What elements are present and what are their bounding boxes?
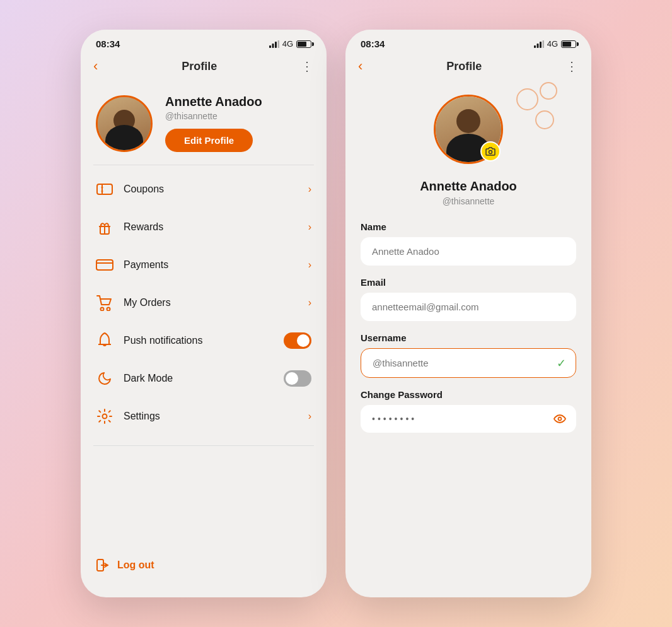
svg-rect-1 xyxy=(272,44,274,48)
password-input[interactable] xyxy=(361,405,576,433)
network-label-1: 4G xyxy=(282,39,293,49)
status-bar-1: 08:34 4G xyxy=(81,30,327,53)
rewards-label: Rewards xyxy=(124,221,298,233)
status-icons-1: 4G xyxy=(269,39,311,49)
status-icons-2: 4G xyxy=(534,39,576,49)
name-input[interactable] xyxy=(361,237,576,266)
darkmode-toggle[interactable] xyxy=(284,370,311,387)
network-label-2: 4G xyxy=(547,39,558,49)
status-time-2: 08:34 xyxy=(361,38,385,49)
svg-rect-11 xyxy=(96,260,113,270)
svg-rect-22 xyxy=(542,40,544,48)
settings-chevron: › xyxy=(308,411,311,422)
pushnotif-toggle[interactable] xyxy=(284,332,311,349)
coupons-chevron: › xyxy=(308,184,311,195)
battery-icon-1 xyxy=(296,40,311,48)
svg-rect-2 xyxy=(275,42,277,48)
coupons-icon xyxy=(96,180,113,198)
username-label: Username xyxy=(361,332,576,343)
pushnotif-label: Push notifications xyxy=(124,335,274,346)
status-bar-2: 08:34 4G xyxy=(345,30,591,53)
settings-icon xyxy=(96,407,113,425)
email-field-group: Email xyxy=(361,277,576,321)
rewards-icon xyxy=(96,218,113,236)
logout-label: Log out xyxy=(117,560,154,571)
menu-item-payments[interactable]: Payments › xyxy=(81,246,327,284)
email-input[interactable] xyxy=(361,293,576,321)
edit-profile-button[interactable]: Edit Profile xyxy=(165,129,253,152)
myorders-label: My Orders xyxy=(124,297,298,308)
phone-1: 08:34 4G ‹ Profile ⋮ Annette Anadoo xyxy=(81,30,327,597)
camera-icon xyxy=(485,147,495,156)
username-check-icon: ✓ xyxy=(557,356,566,370)
svg-rect-4 xyxy=(97,184,112,194)
name-field-group: Name xyxy=(361,221,576,266)
svg-point-13 xyxy=(101,308,104,311)
deco-circle-2 xyxy=(540,82,557,100)
back-button-2[interactable]: ‹ xyxy=(358,58,362,74)
myorders-icon xyxy=(96,294,113,312)
profile-header: Annette Anadoo @thisannette Edit Profile xyxy=(81,82,327,165)
svg-rect-19 xyxy=(534,45,536,48)
edit-avatar-section xyxy=(361,82,576,170)
svg-rect-20 xyxy=(536,44,538,48)
signal-icon-2 xyxy=(534,40,544,48)
avatar-image xyxy=(98,97,151,150)
menu-list: Coupons › Rewards › xyxy=(81,165,327,440)
email-label: Email xyxy=(361,277,576,288)
svg-point-14 xyxy=(107,308,110,311)
logout-button[interactable]: Log out xyxy=(96,558,154,572)
menu-item-darkmode[interactable]: Dark Mode xyxy=(81,360,327,397)
menu-item-coupons[interactable]: Coupons › xyxy=(81,170,327,208)
page-title-2: Profile xyxy=(446,60,482,73)
logout-section: Log out xyxy=(81,546,327,597)
svg-point-23 xyxy=(489,151,492,154)
menu-item-myorders[interactable]: My Orders › xyxy=(81,284,327,322)
divider-2 xyxy=(93,445,314,446)
darkmode-label: Dark Mode xyxy=(124,373,274,384)
status-time-1: 08:34 xyxy=(96,38,120,49)
edit-profile-name: Annette Anadoo xyxy=(361,179,576,194)
payments-icon xyxy=(96,256,113,274)
decorative-circles xyxy=(507,82,557,145)
svg-rect-21 xyxy=(540,42,542,48)
avatar xyxy=(96,95,153,152)
menu-item-rewards[interactable]: Rewards › xyxy=(81,208,327,246)
phone-2: 08:34 4G ‹ Profile ⋮ xyxy=(345,30,591,597)
svg-point-24 xyxy=(559,418,562,421)
coupons-label: Coupons xyxy=(124,184,298,195)
password-eye-icon[interactable] xyxy=(553,414,566,423)
more-menu-button-1[interactable]: ⋮ xyxy=(301,59,314,74)
edit-profile-username: @thisannette xyxy=(361,196,576,206)
menu-item-settings[interactable]: Settings › xyxy=(81,397,327,435)
logout-icon xyxy=(96,558,110,572)
pushnotif-toggle-thumb xyxy=(297,334,310,347)
camera-button[interactable] xyxy=(480,141,501,161)
password-input-wrapper xyxy=(361,405,576,433)
edit-profile-content: Annette Anadoo @thisannette Name Email U… xyxy=(345,82,591,597)
menu-item-pushnotif[interactable]: Push notifications xyxy=(81,322,327,360)
svg-rect-0 xyxy=(269,45,271,48)
signal-icon xyxy=(269,40,279,48)
more-menu-button-2[interactable]: ⋮ xyxy=(565,59,579,74)
settings-label: Settings xyxy=(124,411,298,422)
name-label: Name xyxy=(361,221,576,232)
profile-username: @thisannette xyxy=(165,111,311,121)
password-field-group: Change Password xyxy=(361,389,576,433)
darkmode-toggle-thumb xyxy=(286,372,298,385)
svg-point-16 xyxy=(103,414,107,419)
payments-chevron: › xyxy=(308,259,311,271)
deco-circle-1 xyxy=(516,88,538,110)
rewards-chevron: › xyxy=(308,221,311,233)
username-input-wrapper: ✓ xyxy=(361,348,576,378)
back-button-1[interactable]: ‹ xyxy=(93,58,98,74)
username-field-group: Username ✓ xyxy=(361,332,576,378)
profile-name: Annette Anadoo xyxy=(165,95,311,109)
profile-info: Annette Anadoo @thisannette Edit Profile xyxy=(165,95,311,152)
myorders-chevron: › xyxy=(308,297,311,308)
page-title-1: Profile xyxy=(182,60,217,73)
eye-svg xyxy=(553,414,566,423)
username-input[interactable] xyxy=(361,348,576,378)
nav-bar-1: ‹ Profile ⋮ xyxy=(81,53,327,82)
avatar-ring xyxy=(96,95,153,152)
